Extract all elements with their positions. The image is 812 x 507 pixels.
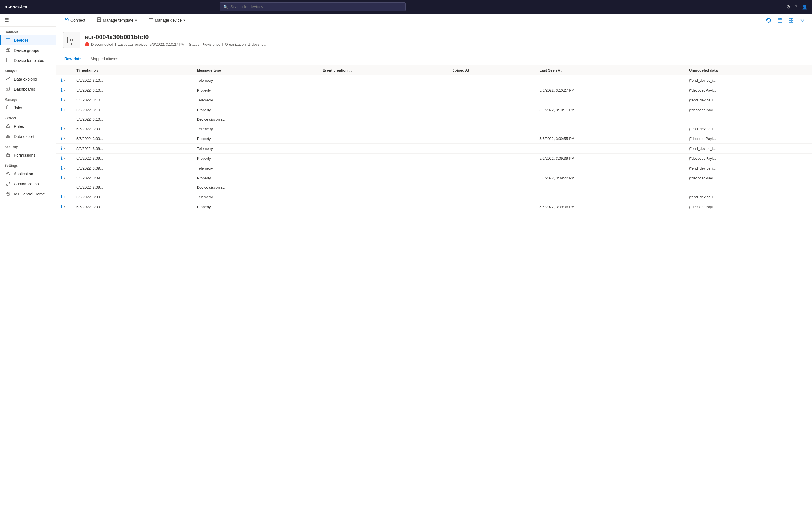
svg-rect-0 (6, 38, 10, 41)
row-expand-icon[interactable]: › (64, 195, 65, 199)
sidebar-section-settings: Settings (0, 160, 56, 169)
sidebar-item-data-explorer[interactable]: Data explorer (0, 74, 56, 84)
sidebar-item-customization-label: Customization (14, 182, 39, 186)
search-bar[interactable]: 🔍 (220, 2, 406, 11)
last-seen-at-cell (535, 95, 684, 105)
info-icon[interactable]: ℹ (61, 156, 63, 161)
row-expand-icon[interactable]: › (64, 88, 65, 92)
info-icon[interactable]: ℹ (61, 166, 63, 171)
manage-device-button[interactable]: Manage device ▾ (145, 16, 189, 24)
last-seen-at-cell (535, 163, 684, 173)
joined-at-cell (448, 105, 535, 115)
event-creation-cell (318, 202, 448, 212)
unmodeled-data-cell: {"decodedPayl... (684, 86, 812, 95)
sidebar-item-data-export-label: Data export (14, 134, 34, 139)
sidebar-item-rules[interactable]: Rules (0, 121, 56, 131)
application-icon (5, 171, 11, 177)
connect-button[interactable]: Connect (61, 16, 89, 24)
info-icon[interactable]: ℹ (61, 126, 63, 131)
row-expand-icon[interactable]: › (64, 108, 65, 112)
manage-template-chevron: ▾ (135, 18, 137, 22)
row-expand-icon[interactable]: › (64, 127, 65, 131)
joined-at-cell (448, 183, 535, 192)
last-seen-at-cell: 5/6/2022, 3:10:11 PM (535, 105, 684, 115)
manage-device-icon (149, 17, 153, 23)
grid-button[interactable] (786, 15, 796, 25)
col-joined-at: Joined At (448, 65, 535, 75)
row-expand-icon[interactable]: › (64, 147, 65, 151)
unmodeled-data-cell: {"decodedPayl... (684, 202, 812, 212)
info-icon[interactable]: ℹ (61, 78, 63, 83)
sidebar-item-dashboards[interactable]: Dashboards (0, 84, 56, 94)
table-row: ℹ › 5/6/2022, 3:10... Property 5/6/2022,… (56, 86, 812, 95)
row-expand-icon[interactable]: › (64, 98, 65, 102)
toolbar: Connect Manage template ▾ Manage device … (56, 13, 812, 27)
jobs-icon (5, 105, 11, 111)
tab-raw-data[interactable]: Raw data (63, 53, 83, 65)
info-icon[interactable]: ℹ (61, 88, 63, 93)
device-status-row: 🔴 Disconnected | Last data received: 5/6… (85, 42, 266, 47)
row-expand-icon[interactable]: › (64, 166, 65, 170)
sort-icon: ↓ (97, 69, 98, 72)
info-icon[interactable]: ℹ (61, 194, 63, 200)
row-expand-icon[interactable]: › (66, 186, 67, 189)
table-row: ℹ › 5/6/2022, 3:09... Telemetry {"end_de… (56, 163, 812, 173)
row-actions-cell: ℹ › (56, 95, 72, 105)
calendar-button[interactable] (775, 15, 785, 25)
refresh-button[interactable] (763, 15, 774, 25)
svg-rect-38 (792, 20, 793, 22)
help-icon[interactable]: ? (795, 4, 797, 9)
timestamp-cell: 5/6/2022, 3:10... (72, 105, 193, 115)
manage-template-button[interactable]: Manage template ▾ (93, 16, 140, 24)
joined-at-cell (448, 202, 535, 212)
info-icon[interactable]: ℹ (61, 204, 63, 209)
filter-button[interactable] (797, 15, 808, 25)
data-explorer-icon (5, 76, 11, 82)
event-creation-cell (318, 105, 448, 115)
timestamp-cell: 5/6/2022, 3:10... (72, 75, 193, 86)
event-creation-cell (318, 124, 448, 134)
search-input[interactable] (231, 4, 402, 9)
sidebar-item-rules-label: Rules (14, 124, 24, 129)
sidebar-item-customization[interactable]: Customization (0, 179, 56, 189)
sidebar-item-application[interactable]: Application (0, 169, 56, 179)
sidebar-item-devices[interactable]: Devices (0, 35, 56, 45)
col-timestamp[interactable]: Timestamp ↓ (72, 65, 193, 75)
row-expand-icon[interactable]: › (64, 156, 65, 160)
info-icon[interactable]: ℹ (61, 146, 63, 151)
message-type-cell: Device disconn... (193, 183, 318, 192)
unmodeled-data-cell: {"decodedPayl... (684, 154, 812, 163)
info-icon[interactable]: ℹ (61, 107, 63, 112)
row-expand-icon[interactable]: › (64, 78, 65, 82)
message-type-cell: Property (193, 86, 318, 95)
event-creation-cell (318, 163, 448, 173)
sidebar: ☰ Connect Devices Device groups Device t… (0, 13, 56, 507)
timestamp-cell: 5/6/2022, 3:09... (72, 154, 193, 163)
settings-icon[interactable]: ⚙ (786, 4, 790, 10)
sidebar-item-device-groups[interactable]: Device groups (0, 45, 56, 55)
sidebar-item-device-templates[interactable]: Device templates (0, 55, 56, 66)
row-expand-icon[interactable]: › (64, 176, 65, 180)
sidebar-item-data-export[interactable]: Data export (0, 131, 56, 142)
sidebar-item-device-templates-label: Device templates (14, 58, 44, 63)
menu-icon[interactable]: ☰ (4, 17, 9, 23)
sidebar-item-iot-central-home[interactable]: IoT Central Home (0, 189, 56, 199)
event-creation-cell (318, 154, 448, 163)
sidebar-item-permissions[interactable]: Permissions (0, 150, 56, 160)
user-icon[interactable]: 👤 (802, 4, 808, 10)
svg-point-42 (70, 39, 73, 41)
main-content: Connect Manage template ▾ Manage device … (56, 13, 812, 507)
row-expand-icon[interactable]: › (66, 117, 67, 121)
row-expand-icon[interactable]: › (64, 205, 65, 209)
row-actions-cell: ℹ › (56, 154, 72, 163)
info-icon[interactable]: ℹ (61, 136, 63, 141)
table-row: ℹ › 5/6/2022, 3:09... Property 5/6/2022,… (56, 173, 812, 183)
joined-at-cell (448, 192, 535, 202)
svg-rect-11 (8, 88, 9, 91)
device-icon (63, 32, 80, 48)
sidebar-item-jobs[interactable]: Jobs (0, 103, 56, 113)
info-icon[interactable]: ℹ (61, 98, 63, 103)
row-expand-icon[interactable]: › (64, 136, 65, 140)
info-icon[interactable]: ℹ (61, 175, 63, 180)
tab-mapped-aliases[interactable]: Mapped aliases (89, 53, 119, 65)
